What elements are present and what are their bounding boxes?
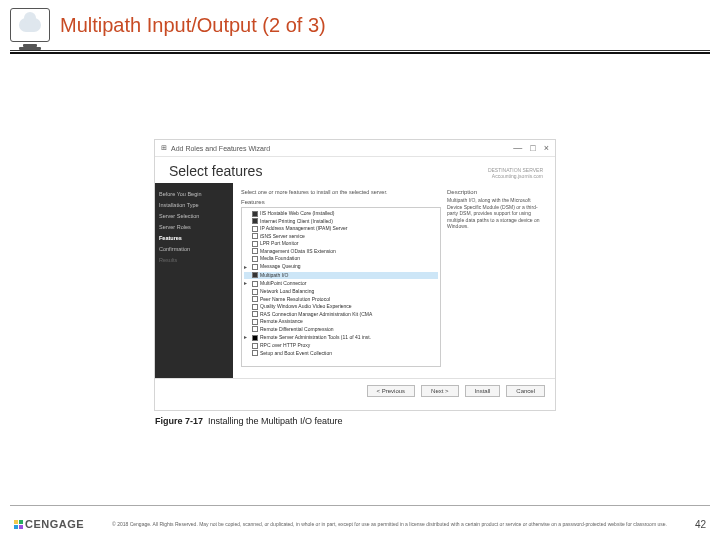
- maximize-button[interactable]: □: [530, 143, 535, 153]
- divider: [10, 50, 710, 51]
- slide-title: Multipath Input/Output (2 of 3): [60, 14, 326, 37]
- feature-item[interactable]: Media Foundation: [244, 255, 438, 263]
- minimize-button[interactable]: —: [513, 143, 522, 153]
- feature-item[interactable]: Multipath I/O: [244, 272, 438, 280]
- feature-item[interactable]: Setup and Boot Event Collection: [244, 350, 438, 358]
- sidebar-step[interactable]: Before You Begin: [159, 191, 229, 197]
- feature-item[interactable]: ▸Message Queuing: [244, 263, 438, 272]
- sidebar-step[interactable]: Confirmation: [159, 246, 229, 252]
- install-button[interactable]: Install: [465, 385, 501, 397]
- checkbox[interactable]: [252, 296, 258, 302]
- sidebar-step[interactable]: Server Selection: [159, 213, 229, 219]
- wizard-sidebar: Before You BeginInstallation TypeServer …: [155, 183, 233, 378]
- previous-button[interactable]: < Previous: [367, 385, 416, 397]
- feature-item[interactable]: RPC over HTTP Proxy: [244, 342, 438, 350]
- description-text: Multipath I/O, along with the Microsoft …: [447, 197, 547, 230]
- checkbox[interactable]: [252, 264, 258, 270]
- checkbox[interactable]: [252, 211, 258, 217]
- feature-item[interactable]: ▸Remote Server Administration Tools (11 …: [244, 333, 438, 342]
- feature-item[interactable]: LPR Port Monitor: [244, 240, 438, 248]
- checkbox[interactable]: [252, 311, 258, 317]
- sidebar-step[interactable]: Installation Type: [159, 202, 229, 208]
- checkbox[interactable]: [252, 343, 258, 349]
- cancel-button[interactable]: Cancel: [506, 385, 545, 397]
- figure-caption: Figure 7-17 Installing the Multipath I/O…: [155, 416, 343, 426]
- feature-item[interactable]: Peer Name Resolution Protocol: [244, 296, 438, 304]
- instruction-text: Select one or more features to install o…: [241, 189, 441, 195]
- feature-item[interactable]: Management OData IIS Extension: [244, 248, 438, 256]
- sidebar-step[interactable]: Server Roles: [159, 224, 229, 230]
- checkbox[interactable]: [252, 233, 258, 239]
- close-button[interactable]: ×: [544, 143, 549, 153]
- window-title: ⊞Add Roles and Features Wizard: [161, 144, 270, 152]
- checkbox[interactable]: [252, 248, 258, 254]
- checkbox[interactable]: [252, 241, 258, 247]
- wizard-window: ⊞Add Roles and Features Wizard — □ × Sel…: [155, 140, 555, 410]
- checkbox[interactable]: [252, 335, 258, 341]
- footer-divider: [10, 505, 710, 506]
- feature-item[interactable]: IP Address Management (IPAM) Server: [244, 225, 438, 233]
- checkbox[interactable]: [252, 281, 258, 287]
- feature-item[interactable]: iSNS Server service: [244, 233, 438, 241]
- checkbox[interactable]: [252, 272, 258, 278]
- feature-item[interactable]: Remote Assistance: [244, 318, 438, 326]
- cengage-logo: CENGAGE: [14, 518, 84, 530]
- feature-item[interactable]: Remote Differential Compression: [244, 326, 438, 334]
- feature-item[interactable]: Quality Windows Audio Video Experience: [244, 303, 438, 311]
- checkbox[interactable]: [252, 304, 258, 310]
- checkbox[interactable]: [252, 326, 258, 332]
- next-button[interactable]: Next >: [421, 385, 459, 397]
- checkbox[interactable]: [252, 319, 258, 325]
- sidebar-step[interactable]: Features: [159, 235, 229, 241]
- features-listbox[interactable]: IIS Hostable Web Core (Installed)Interne…: [241, 207, 441, 367]
- page-number: 42: [695, 519, 706, 530]
- checkbox[interactable]: [252, 350, 258, 356]
- feature-item[interactable]: RAS Connection Manager Administration Ki…: [244, 311, 438, 319]
- checkbox[interactable]: [252, 256, 258, 262]
- description-label: Description: [447, 189, 547, 195]
- feature-item[interactable]: IIS Hostable Web Core (Installed): [244, 210, 438, 218]
- divider-thick: [10, 52, 710, 54]
- checkbox[interactable]: [252, 289, 258, 295]
- feature-item[interactable]: ▸MultiPoint Connector: [244, 279, 438, 288]
- feature-item[interactable]: Internet Printing Client (Installed): [244, 218, 438, 226]
- checkbox[interactable]: [252, 218, 258, 224]
- checkbox[interactable]: [252, 226, 258, 232]
- destination-server: DESTINATION SERVER Accounting.jsomis.com: [488, 168, 543, 179]
- features-label: Features: [241, 199, 441, 205]
- feature-item[interactable]: Network Load Balancing: [244, 288, 438, 296]
- sidebar-step: Results: [159, 257, 229, 263]
- copyright-text: © 2018 Cengage. All Rights Reserved. May…: [94, 521, 685, 527]
- cloud-monitor-icon: [10, 8, 50, 42]
- wizard-heading: Select features: [169, 163, 262, 179]
